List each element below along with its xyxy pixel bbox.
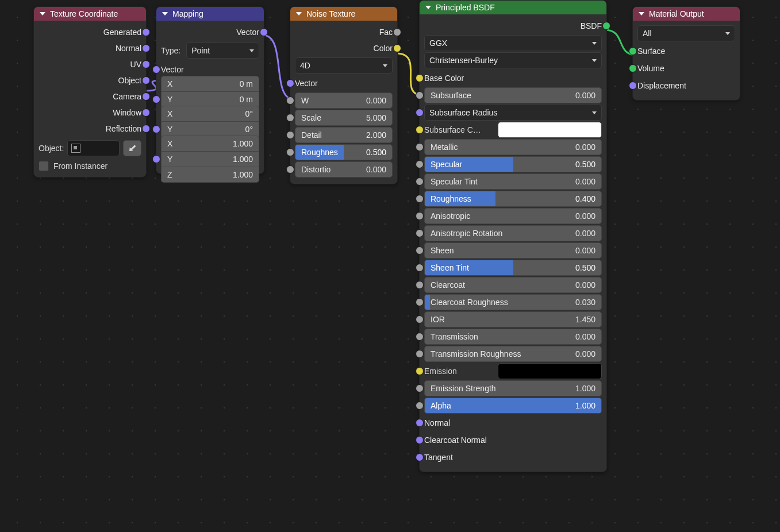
- socket-uv-out[interactable]: [142, 60, 150, 68]
- socket-emstr-in[interactable]: [416, 384, 424, 392]
- socket-bsdf-out[interactable]: [602, 22, 610, 30]
- node-texture-coordinate[interactable]: Texture Coordinate Generated Normal UV O…: [33, 6, 147, 178]
- socket-normal-in[interactable]: [416, 419, 424, 427]
- location-y[interactable]: Y0 m: [161, 92, 259, 107]
- detail-slider[interactable]: Detail2.000: [295, 127, 393, 143]
- emission-swatch[interactable]: [498, 363, 602, 379]
- socket-anisorot-in[interactable]: [416, 229, 424, 237]
- socket-ccnormal-in[interactable]: [416, 436, 424, 444]
- scale-y[interactable]: Y1.000: [161, 152, 259, 167]
- metallic-slider[interactable]: Metallic0.000: [424, 139, 602, 155]
- node-material-output[interactable]: Material Output All Surface Volume Displ…: [632, 6, 740, 101]
- socket-ccrough-in[interactable]: [416, 298, 424, 306]
- socket-clearcoat-in[interactable]: [416, 281, 424, 289]
- rotation-x[interactable]: X0°: [161, 106, 259, 122]
- socket-fac-out[interactable]: [393, 28, 401, 36]
- spectint-slider[interactable]: Specular Tint0.000: [424, 174, 602, 190]
- chevron-down-icon: [249, 49, 254, 52]
- socket-normal-out[interactable]: [142, 44, 150, 52]
- socket-camera-out[interactable]: [142, 92, 150, 101]
- input-tangent: Tangent: [424, 453, 453, 462]
- socket-vector-in[interactable]: [152, 65, 160, 74]
- socket-distortion-in[interactable]: [286, 165, 294, 174]
- node-header[interactable]: Mapping: [156, 7, 264, 21]
- target-dropdown[interactable]: All: [637, 25, 735, 41]
- ccrough-slider[interactable]: Clearcoat Roughness0.030: [424, 294, 602, 310]
- socket-metallic-in[interactable]: [416, 143, 424, 151]
- socket-tangent-in[interactable]: [416, 453, 424, 461]
- sheentint-slider[interactable]: Sheen Tint0.500: [424, 260, 602, 276]
- socket-sheen-in[interactable]: [416, 246, 424, 255]
- roughness-slider[interactable]: Roughnes0.500: [295, 144, 393, 160]
- scale-slider[interactable]: Scale5.000: [295, 110, 393, 126]
- socket-scale-in[interactable]: [286, 114, 294, 122]
- socket-rotation-in[interactable]: [152, 125, 160, 133]
- socket-roughness-in[interactable]: [286, 148, 294, 156]
- roughness-slider[interactable]: Roughness0.400: [424, 191, 602, 207]
- distribution-dropdown[interactable]: GGX: [424, 35, 602, 51]
- socket-trans-in[interactable]: [416, 333, 424, 341]
- emstr-slider[interactable]: Emission Strength1.000: [424, 380, 602, 396]
- socket-vector-in[interactable]: [286, 79, 294, 87]
- socket-transrough-in[interactable]: [416, 350, 424, 358]
- aniso-slider[interactable]: Anisotropic0.000: [424, 208, 602, 224]
- socket-volume-in[interactable]: [629, 64, 637, 72]
- socket-location-in[interactable]: [152, 95, 160, 103]
- alpha-slider[interactable]: Alpha1.000: [424, 398, 602, 414]
- from-instancer-checkbox[interactable]: From Instancer: [39, 161, 141, 171]
- w-slider[interactable]: W0.000: [295, 92, 393, 109]
- socket-alpha-in[interactable]: [416, 402, 424, 410]
- socket-generated-out[interactable]: [142, 28, 150, 36]
- socket-object-out[interactable]: [142, 76, 150, 84]
- rotation-y[interactable]: Y0°: [161, 122, 259, 137]
- socket-sscolor-in[interactable]: [416, 126, 424, 134]
- node-header[interactable]: Noise Texture: [290, 7, 397, 21]
- dimensions-dropdown[interactable]: 4D: [295, 57, 393, 74]
- socket-ior-in[interactable]: [416, 315, 424, 323]
- socket-emission-in[interactable]: [416, 367, 424, 375]
- socket-surface-in[interactable]: [629, 47, 637, 55]
- ior-slider[interactable]: IOR1.450: [424, 311, 602, 327]
- socket-vector-out[interactable]: [260, 28, 268, 36]
- socket-specular-in[interactable]: [416, 160, 424, 168]
- distortion-slider[interactable]: Distortio0.000: [295, 161, 393, 178]
- node-noise-texture[interactable]: Noise Texture Fac Color 4D Vector W0.000…: [290, 6, 398, 184]
- node-principled-bsdf[interactable]: Principled BSDF BSDF GGX Christensen-Bur…: [419, 0, 607, 472]
- socket-scale-in[interactable]: [152, 155, 160, 163]
- socket-color-out[interactable]: [393, 44, 401, 52]
- socket-ssradius-in[interactable]: [416, 109, 424, 117]
- chevron-down-icon: [296, 12, 302, 16]
- socket-w-in[interactable]: [286, 97, 294, 105]
- clearcoat-slider[interactable]: Clearcoat0.000: [424, 277, 602, 293]
- scale-z[interactable]: Z1.000: [161, 167, 259, 183]
- sss-method-dropdown[interactable]: Christensen-Burley: [424, 52, 602, 68]
- chevron-down-icon: [592, 111, 597, 114]
- node-header[interactable]: Texture Coordinate: [34, 7, 146, 21]
- scale-x[interactable]: X1.000: [161, 136, 259, 152]
- socket-subsurface-in[interactable]: [416, 91, 424, 99]
- specular-slider[interactable]: Specular0.500: [424, 156, 602, 172]
- node-header[interactable]: Principled BSDF: [420, 1, 606, 14]
- socket-reflection-out[interactable]: [142, 125, 150, 133]
- socket-basecolor-in[interactable]: [416, 74, 424, 82]
- ssradius-dropdown[interactable]: Subsurface Radius: [424, 105, 602, 121]
- anisorot-slider[interactable]: Anisotropic Rotation0.000: [424, 225, 602, 241]
- socket-sheentint-in[interactable]: [416, 264, 424, 272]
- socket-detail-in[interactable]: [286, 131, 294, 139]
- socket-disp-in[interactable]: [629, 82, 637, 90]
- node-header[interactable]: Material Output: [633, 7, 740, 21]
- socket-window-out[interactable]: [142, 109, 150, 117]
- subsurface-slider[interactable]: Subsurface0.000: [424, 87, 602, 103]
- sheen-slider[interactable]: Sheen0.000: [424, 242, 602, 259]
- node-mapping[interactable]: Mapping Vector Type: Point Vector Locati…: [156, 6, 264, 174]
- type-dropdown[interactable]: Point: [186, 43, 259, 59]
- socket-spectint-in[interactable]: [416, 178, 424, 186]
- eyedropper-button[interactable]: [123, 140, 141, 156]
- socket-roughness-in[interactable]: [416, 195, 424, 203]
- object-dropdown[interactable]: [67, 140, 120, 156]
- socket-aniso-in[interactable]: [416, 212, 424, 220]
- sscolor-swatch[interactable]: [498, 122, 602, 138]
- trans-slider[interactable]: Transmission0.000: [424, 329, 602, 345]
- location-x[interactable]: X0 m: [161, 76, 259, 92]
- transrough-slider[interactable]: Transmission Roughness0.000: [424, 346, 602, 362]
